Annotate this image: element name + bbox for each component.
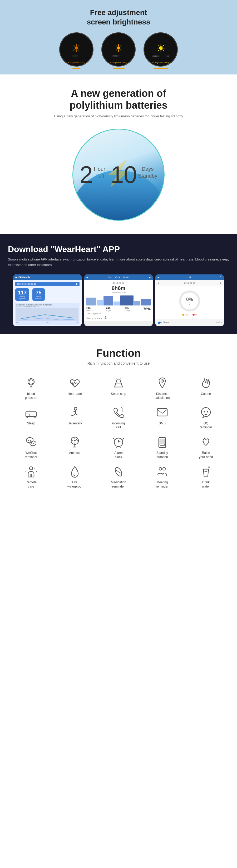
sedentary-icon <box>68 405 82 420</box>
bp-date: 2018-09-20 23:12:22 <box>17 283 36 285</box>
sleep-total: 6h6m <box>112 285 125 291</box>
svg-line-37 <box>113 438 114 440</box>
functions-grid: bloodpressure Heart rate <box>10 376 227 489</box>
sleep-pct: 76% <box>143 307 151 312</box>
sleep-back-icon: ◀ <box>86 276 88 279</box>
svg-line-3 <box>116 378 117 379</box>
sleep-light: 2.2hLight <box>107 307 111 312</box>
qq-icon <box>199 405 213 420</box>
sleep-deep: 0.3hDeep <box>124 307 129 312</box>
svg-point-23 <box>31 443 32 444</box>
func-sms: SMS <box>142 405 183 430</box>
blood-pressure-label: bloodpressure <box>25 392 37 400</box>
sms-icon <box>155 405 170 420</box>
brightness-label-low: Brightness setting <box>70 62 85 63</box>
waterproof-icon <box>68 464 82 479</box>
func-wechat: WeChatreminder <box>10 435 52 459</box>
waking-label: Waking up times <box>86 317 102 319</box>
func-calorie: Calorie <box>185 376 227 400</box>
func-distance: Distancecalculation <box>142 376 183 400</box>
download-title: Download "WearHeart" APP <box>8 244 229 254</box>
tab-month[interactable]: Month <box>123 276 129 278</box>
hr-date: 2018-09-26 <box>184 282 195 284</box>
svg-point-49 <box>163 468 166 470</box>
svg-point-6 <box>162 380 163 381</box>
battery-subtitle: Using a new generation of high-density l… <box>5 114 232 118</box>
waterproof-label: Lifewaterproof <box>67 480 82 489</box>
svg-point-45 <box>29 467 33 470</box>
watch-item-low: ☀ |||||||||||||||| ☀ Brightness setting <box>59 32 93 69</box>
download-section: Download "WearHeart" APP Simple mobile p… <box>0 234 237 334</box>
func-blood-pressure: bloodpressure <box>10 376 52 400</box>
func-anti-lost: Anti-lost <box>54 435 95 459</box>
charge-label1: Hour <box>94 165 105 172</box>
diastolic-unit: mmHg <box>35 296 42 298</box>
hr-icons-right: ⋮ <box>219 276 222 279</box>
hr-pct: 0% <box>186 297 193 302</box>
watch-item-mid: ☀ |||||||||||||||| ☀ Brightness setting <box>101 32 136 69</box>
distance-icon <box>155 376 170 391</box>
func-waterproof: Lifewaterproof <box>54 464 95 489</box>
func-qq: QQreminder <box>185 405 227 430</box>
diastolic-label: Diastolic <box>35 298 42 300</box>
standby-label: Standbyduration <box>156 451 168 459</box>
svg-point-19 <box>26 438 33 443</box>
heart-rate-label: Heart rate <box>68 392 82 396</box>
standby-text: Days Standby <box>138 163 157 179</box>
heart-rate-icon <box>68 376 82 391</box>
smart-step-label: Smart step <box>111 392 126 396</box>
medication-icon <box>111 464 126 479</box>
battery-section: A new generation of polylithium batterie… <box>0 74 237 234</box>
func-heart-rate: Heart rate <box>54 376 95 400</box>
hr-num: 0 <box>189 302 190 305</box>
battery-title: A new generation of polylithium batterie… <box>5 88 232 112</box>
back-icon: ◀ <box>15 276 17 279</box>
watch-circle-low: ☀ |||||||||||||||| ☀ Brightness setting <box>59 32 93 67</box>
standby-label2: Standby <box>138 172 157 179</box>
brightness-bar-mid <box>113 68 124 69</box>
func-meeting: Meetingreminder <box>142 464 183 489</box>
svg-rect-8 <box>26 414 30 416</box>
systolic-value: 117 <box>18 290 27 296</box>
anti-lost-label: Anti-lost <box>69 451 80 455</box>
standby-days: 10 <box>111 163 137 187</box>
watch-item-high: ☀ |||||||||||||||| ☀ Brightness setting <box>144 32 178 69</box>
bp-next-icon: ▶ <box>77 283 78 285</box>
brightness-title: Free adjustment screen brightness <box>5 8 232 27</box>
brightness-section: Free adjustment screen brightness ☀ ||||… <box>0 0 237 74</box>
svg-point-17 <box>204 411 205 412</box>
alarm-icon <box>111 435 126 450</box>
svg-line-14 <box>71 415 73 416</box>
func-smart-step: Smart step <box>98 376 139 400</box>
hr-prev-icon: ◀ <box>157 282 159 284</box>
tab-week[interactable]: Week <box>115 276 120 278</box>
func-raise-hand: Raiseyour hand <box>185 435 227 459</box>
charge-text: Hour Full <box>94 163 105 179</box>
brightness-bar-low <box>72 68 80 69</box>
func-remote-care: Remotecare <box>10 464 52 489</box>
hr-out-label: Out <box>185 314 188 316</box>
sun-icon-low: ☀ <box>68 42 85 54</box>
incoming-call-icon <box>111 405 126 420</box>
anti-lost-icon <box>68 435 82 450</box>
remote-care-label: Remotecare <box>26 480 37 489</box>
distance-label: Distancecalculation <box>155 392 170 400</box>
incoming-call-label: incomingcall <box>112 422 125 430</box>
blood-pressure-icon <box>24 376 38 391</box>
brightness-label-mid: Brightness setting <box>113 62 127 63</box>
svg-point-12 <box>74 407 77 410</box>
standby-stat: 10 Days Standby <box>111 163 157 187</box>
sleep-icon <box>24 405 38 420</box>
download-description: Simple mobile phone APP interface synchr… <box>8 257 229 268</box>
sleep-nav-date: 2018-09-21 <box>86 282 151 284</box>
wechat-label: WeChatreminder <box>25 451 37 459</box>
svg-line-38 <box>123 438 124 440</box>
remote-care-icon <box>24 464 38 479</box>
tab-day[interactable]: Day <box>108 276 112 278</box>
svg-rect-43 <box>160 439 165 444</box>
svg-line-4 <box>120 378 121 379</box>
svg-rect-16 <box>157 409 167 416</box>
qq-label: QQreminder <box>200 422 212 430</box>
meeting-label: Meetingreminder <box>156 480 168 489</box>
sleep-total-label: Total sleep time <box>86 291 151 293</box>
